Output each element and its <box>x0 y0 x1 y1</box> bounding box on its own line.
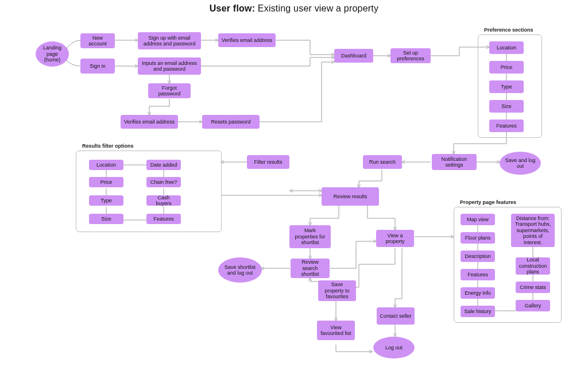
filter-cash-buyers: Cash buyers <box>146 195 181 206</box>
filter-features: Features <box>146 214 181 224</box>
node-verifies-email-1: Verifies email address <box>218 33 276 47</box>
node-filter-results: Filter results <box>247 155 289 169</box>
title-prefix: User flow: <box>210 3 255 13</box>
pp-crime-stats: Crime stats <box>516 282 550 293</box>
node-save-shortlist-logout: Save shortlist and log out <box>218 257 262 283</box>
filter-chain-free: Chain free? <box>146 177 181 187</box>
node-view-property: View a property <box>376 230 414 247</box>
page-title: User flow: Existing user view a property <box>0 3 588 14</box>
pp-sale-history: Sale history <box>461 306 495 317</box>
node-verifies-email-2: Verifies email address <box>121 115 178 129</box>
pp-features: Features <box>461 269 495 280</box>
pp-gallery: Gallery <box>516 300 550 311</box>
pref-type: Type <box>489 80 524 93</box>
pref-location: Location <box>489 41 524 54</box>
filter-price: Price <box>89 177 123 187</box>
node-forgot-password: Forgot password <box>148 83 191 98</box>
node-dashboard: Dashboard <box>334 49 373 63</box>
node-view-fav-list: View favourited list <box>317 321 355 340</box>
node-review-shortlist: Review search shortlist <box>291 259 330 278</box>
filter-date-added: Date added <box>146 160 181 170</box>
node-new-account: New account <box>80 33 115 48</box>
pp-map-view: Map view <box>461 214 495 225</box>
pref-price: Price <box>489 61 524 74</box>
node-contact-seller: Contact seller <box>377 307 415 325</box>
pp-floor-plans: Floor plans <box>461 232 495 244</box>
node-review-results: Review results <box>322 187 379 206</box>
node-save-logout: Save and log out <box>500 152 541 175</box>
group-label-filters: Results filter options <box>80 143 136 149</box>
node-mark-properties: Mark properties for shortlist <box>289 225 331 248</box>
title-text: Existing user view a property <box>258 3 378 13</box>
pref-features: Features <box>489 120 524 132</box>
node-log-out: Log out <box>373 337 415 359</box>
node-notification-settings: Notification settings <box>432 154 477 170</box>
node-landing-page: Landing page (home) <box>36 41 69 67</box>
pp-construction: Local construction plans <box>516 257 550 275</box>
group-label-prop: Property page features <box>458 199 519 205</box>
node-save-favourites: Save property to favourites <box>318 280 356 301</box>
node-run-search: Run search <box>363 155 402 169</box>
pp-energy-info: Energy info <box>461 287 495 299</box>
node-resets-password: Resets password <box>202 115 260 129</box>
filter-size: Size <box>89 214 123 224</box>
pref-size: Size <box>489 100 524 113</box>
group-label-prefs: Preference sections <box>482 27 536 33</box>
filter-type: Type <box>89 195 123 206</box>
pp-distance: Distance from: Transport hubs, supermark… <box>511 214 555 247</box>
node-signup-email: Sign up with email address and password <box>138 32 201 49</box>
node-sign-in: Sign in <box>80 59 115 74</box>
node-setup-preferences: Set up preferences <box>390 48 431 63</box>
node-inputs-creds: Inputs an email address and password <box>138 57 201 75</box>
filter-location: Location <box>89 160 123 170</box>
pp-description: Description <box>461 250 495 262</box>
